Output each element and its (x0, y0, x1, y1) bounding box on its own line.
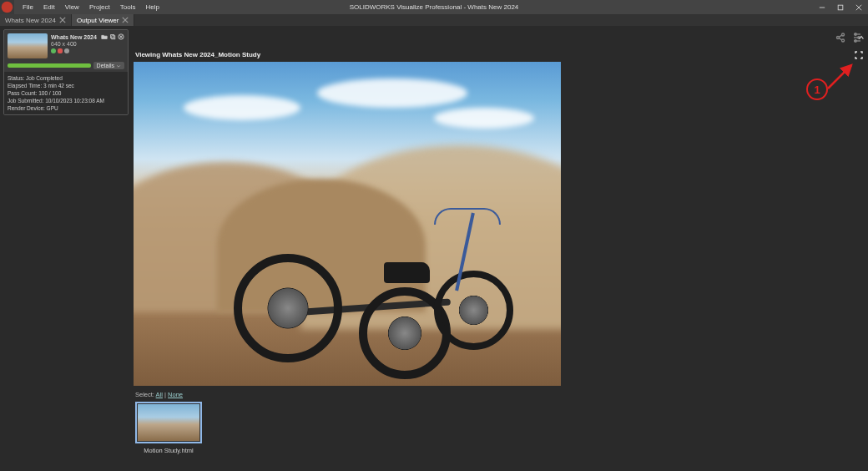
meta-status: Status: Job Completed (8, 74, 124, 82)
close-icon[interactable] (59, 17, 66, 23)
minimize-button[interactable] (813, 0, 831, 14)
delete-icon[interactable] (118, 33, 124, 40)
folder-icon[interactable] (101, 33, 108, 40)
collapse-caret-icon[interactable] (858, 29, 865, 44)
tab-project[interactable]: Whats New 2024 (0, 14, 72, 26)
main-area: Whats New 2024 640 x 400 (0, 26, 868, 471)
close-button[interactable] (850, 0, 868, 14)
status-dot-idle (64, 48, 69, 53)
menu-help[interactable]: Help (140, 0, 164, 14)
menu-bar: File Edit View Project Tools Help (18, 0, 164, 14)
svg-rect-10 (112, 36, 115, 39)
svg-rect-2 (838, 5, 843, 10)
menu-project[interactable]: Project (84, 0, 115, 14)
thumbnail-row: Motion Study.html (132, 402, 868, 454)
job-dimensions: 640 x 400 (51, 41, 124, 47)
job-title: Whats New 2024 (51, 34, 99, 40)
select-row: Select: All | None (132, 391, 868, 398)
select-none-link[interactable]: None (168, 391, 183, 398)
job-card[interactable]: Whats New 2024 640 x 400 (3, 29, 129, 115)
svg-point-22 (855, 33, 856, 35)
tab-label: Whats New 2024 (5, 17, 56, 24)
menu-edit[interactable]: Edit (38, 0, 60, 14)
svg-line-18 (839, 38, 842, 40)
status-indicators (51, 48, 124, 53)
status-dot-stop (58, 48, 63, 53)
meta-submitted: Job Submitted: 10/10/2023 10:23:08 AM (8, 97, 124, 104)
app-icon (0, 0, 14, 14)
details-button[interactable]: Details (93, 62, 124, 69)
meta-device: Render Device: GPU (8, 104, 124, 112)
meta-pass: Pass Count: 100 / 100 (8, 89, 124, 97)
viewer-toolbar (132, 26, 868, 49)
menu-file[interactable]: File (18, 0, 38, 14)
close-icon[interactable] (122, 17, 129, 23)
svg-rect-9 (111, 35, 114, 38)
menu-tools[interactable]: Tools (115, 0, 141, 14)
progress-bar (8, 63, 91, 68)
thumbnail-label: Motion Study.html (135, 447, 202, 454)
job-panel: Whats New 2024 640 x 400 (0, 26, 132, 471)
tab-output-viewer[interactable]: Output Viewer (72, 14, 135, 26)
svg-point-24 (855, 40, 856, 42)
rendered-trike (234, 204, 501, 371)
menu-view[interactable]: View (60, 0, 84, 14)
fullscreen-icon[interactable] (855, 51, 863, 59)
tab-label: Output Viewer (77, 17, 119, 24)
share-icon[interactable] (835, 32, 846, 43)
window-controls (813, 0, 868, 14)
meta-elapsed: Elapsed Time: 3 min 42 sec (8, 82, 124, 89)
svg-line-17 (839, 35, 842, 37)
select-all-link[interactable]: All (156, 391, 163, 398)
output-thumbnail[interactable] (135, 402, 202, 443)
job-metadata: Status: Job Completed Elapsed Time: 3 mi… (4, 72, 128, 114)
tab-strip: Whats New 2024 Output Viewer (0, 14, 868, 26)
copy-icon[interactable] (109, 33, 116, 40)
job-thumbnail (8, 33, 48, 58)
status-dot-success (51, 48, 56, 53)
maximize-button[interactable] (831, 0, 850, 14)
svg-point-0 (2, 2, 13, 13)
title-bar: File Edit View Project Tools Help SOLIDW… (0, 0, 868, 14)
viewer-header: Viewing Whats New 2024_Motion Study (132, 49, 868, 60)
viewer-pane: Viewing Whats New 2024_Motion Study Sele… (132, 26, 868, 471)
render-preview[interactable] (134, 62, 561, 386)
viewer-heading: Viewing Whats New 2024_Motion Study (135, 51, 260, 58)
